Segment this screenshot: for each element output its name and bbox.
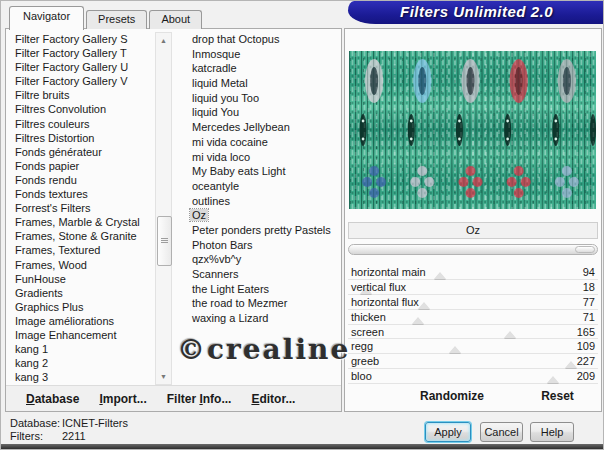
list-item[interactable]: liquid You <box>190 105 340 120</box>
window-bottom-edge <box>1 444 603 449</box>
list-item[interactable]: katcradle <box>190 61 340 76</box>
list-item[interactable]: qzx%vb^y <box>190 252 340 267</box>
filters-unlimited-dialog: Filters Unlimited 2.0 NavigatorPresetsAb… <box>0 0 604 450</box>
reset-button[interactable]: Reset <box>530 389 585 405</box>
list-item[interactable]: liquid Metal <box>190 76 340 91</box>
list-item[interactable]: Inmosque <box>190 47 340 62</box>
parameter-value: 165 <box>577 326 595 338</box>
parameter-slider-row[interactable]: horizontal flux77 <box>348 295 598 310</box>
list-item[interactable]: Filter Factory Gallery V <box>9 74 155 88</box>
slider-thumb-icon[interactable] <box>434 272 446 279</box>
import-button[interactable]: Import... <box>99 392 146 406</box>
preview-zoom-slider[interactable] <box>348 244 598 255</box>
apply-button[interactable]: Apply <box>425 422 471 442</box>
list-item[interactable]: liquid you Too <box>190 91 340 106</box>
parameter-value: 77 <box>583 296 595 308</box>
help-button[interactable]: Help <box>530 422 574 442</box>
list-item[interactable]: Frames, Wood <box>9 258 155 272</box>
slider-thumb-icon[interactable] <box>412 317 424 324</box>
parameter-label: vertical flux <box>351 281 406 293</box>
slider-thumb-icon[interactable] <box>449 346 461 353</box>
list-item[interactable]: Frames, Stone & Granite <box>9 229 155 243</box>
preview-panel: Oz horizontal main94vertical flux18horiz… <box>344 28 602 412</box>
status-area: Database: ICNET-Filters Filters: 2211 <box>10 417 128 443</box>
parameter-label: horizontal main <box>351 266 426 278</box>
slider-thumb-icon[interactable] <box>547 376 559 383</box>
parameter-label: bloo <box>351 370 372 382</box>
list-item[interactable]: Fonds générateur <box>9 145 155 159</box>
list-item[interactable]: Oz <box>190 208 340 223</box>
list-item[interactable]: Peter ponders pretty Pastels <box>190 223 340 238</box>
list-item[interactable]: Mercedes Jellybean <box>190 120 340 135</box>
list-item[interactable]: Fonds rendu <box>9 173 155 187</box>
list-item[interactable]: Frames, Textured <box>9 243 155 257</box>
list-item[interactable]: drop that Octopus <box>190 32 340 47</box>
slider-thumb-icon[interactable] <box>504 331 516 338</box>
parameter-slider-row[interactable]: horizontal main94 <box>348 265 598 280</box>
list-item[interactable]: Graphics Plus <box>9 300 155 314</box>
scrollbar-thumb[interactable] <box>157 216 172 266</box>
parameter-value: 94 <box>583 266 595 278</box>
tab-presets[interactable]: Presets <box>86 10 147 29</box>
list-item[interactable]: waxing a Lizard <box>190 311 340 326</box>
list-item[interactable]: outlines <box>190 194 340 209</box>
list-item[interactable]: Photon Bars <box>190 238 340 253</box>
parameter-slider-row[interactable]: vertical flux18 <box>348 280 598 295</box>
list-item[interactable]: Image améliorations <box>9 314 155 328</box>
parameter-value: 71 <box>583 311 595 323</box>
scroll-down-icon[interactable]: ▼ <box>156 369 171 384</box>
list-item[interactable]: Frames, Marble & Crystal <box>9 215 155 229</box>
list-item[interactable]: Forrest's Filters <box>9 201 155 215</box>
list-item[interactable]: the road to Mezmer <box>190 296 340 311</box>
list-item[interactable]: Filtres Convolution <box>9 102 155 116</box>
scrollbar-grip-icon <box>161 238 168 243</box>
status-database-label: Database: <box>10 417 62 430</box>
filter-info-button[interactable]: Filter Info... <box>167 392 232 406</box>
parameter-slider-row[interactable]: thicken71 <box>348 310 598 325</box>
zoom-slider-thumb[interactable] <box>575 246 595 253</box>
tab-about[interactable]: About <box>149 10 202 29</box>
list-item[interactable]: My Baby eats Light <box>190 164 340 179</box>
list-item[interactable]: Filter Factory Gallery U <box>9 60 155 74</box>
editor-button[interactable]: Editor... <box>251 392 295 406</box>
watermark: ©crealine <box>177 333 350 366</box>
slider-thumb-icon[interactable] <box>565 361 577 368</box>
list-item[interactable]: the Light Eaters <box>190 282 340 297</box>
list-item[interactable]: Filtres Distortion <box>9 131 155 145</box>
parameter-label: regg <box>351 340 373 352</box>
list-item[interactable]: Filtres couleurs <box>9 117 155 131</box>
list-item[interactable]: FunHouse <box>9 272 155 286</box>
list-item[interactable]: Scanners <box>190 267 340 282</box>
parameter-slider-row[interactable]: screen165 <box>348 325 598 340</box>
list-item[interactable]: Fonds papier <box>9 159 155 173</box>
randomize-button[interactable]: Randomize <box>407 389 497 405</box>
parameter-slider-row[interactable]: greeb227 <box>348 354 598 369</box>
category-scrollbar[interactable]: ▲ ▼ <box>155 32 172 385</box>
list-item[interactable]: kang 2 <box>9 356 155 370</box>
list-item[interactable]: oceantyle <box>190 179 340 194</box>
list-item[interactable]: Filter Factory Gallery S <box>9 32 155 46</box>
tab-navigator[interactable]: Navigator <box>9 6 84 30</box>
preview-image <box>349 51 596 209</box>
list-item[interactable]: Image Enhancement <box>9 328 155 342</box>
cancel-button[interactable]: Cancel <box>480 422 523 442</box>
scroll-up-icon[interactable]: ▲ <box>156 33 171 48</box>
list-item[interactable]: kang 3 <box>9 370 155 384</box>
parameter-value: 109 <box>577 340 595 352</box>
list-item[interactable]: Fonds textures <box>9 187 155 201</box>
list-item[interactable]: mi vida cocaine <box>190 135 340 150</box>
parameter-slider-row[interactable]: bloo209 <box>348 369 598 384</box>
list-item[interactable]: Gradients <box>9 286 155 300</box>
list-item[interactable]: Filter Factory Gallery T <box>9 46 155 60</box>
status-filters-label: Filters: <box>10 430 62 443</box>
title-banner: Filters Unlimited 2.0 <box>348 1 604 24</box>
slider-thumb-icon[interactable] <box>418 302 430 309</box>
parameter-slider-row[interactable]: regg109 <box>348 339 598 354</box>
status-database-value: ICNET-Filters <box>62 417 128 430</box>
list-item[interactable]: kang 1 <box>9 342 155 356</box>
parameter-value: 18 <box>583 281 595 293</box>
database-button[interactable]: Database <box>26 392 79 406</box>
selected-filter-bar[interactable]: Oz <box>348 222 598 239</box>
list-item[interactable]: mi vida loco <box>190 150 340 165</box>
list-item[interactable]: Filtre bruits <box>9 88 155 102</box>
